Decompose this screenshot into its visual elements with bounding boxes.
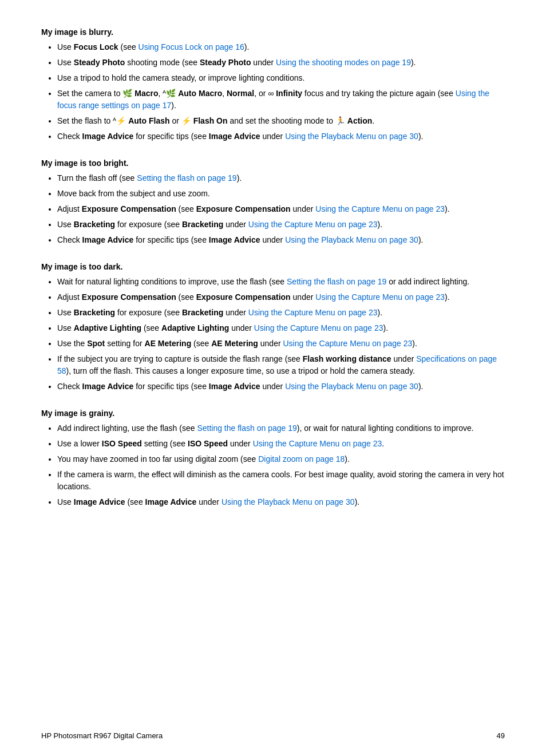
text-span: (see: [176, 204, 196, 213]
text-span: Wait for natural lighting conditions to …: [57, 277, 287, 286]
list-item: Adjust Exposure Compensation (see Exposu…: [57, 291, 505, 303]
section-list: Wait for natural lighting conditions to …: [41, 276, 505, 393]
link[interactable]: Using the Playback Menu on page 30: [285, 235, 418, 244]
list-item: Check Image Advice for specific tips (se…: [57, 234, 505, 246]
bold-text: Flash On: [193, 116, 228, 125]
icon: ᴬ🌿: [163, 89, 176, 98]
text-span: and set the shooting mode to: [228, 116, 335, 125]
text-span: ), turn off the flash. This causes a lon…: [66, 366, 415, 375]
bold-text: Image Advice: [209, 132, 260, 141]
bold-text: Bracketing: [74, 308, 115, 317]
section-list: Turn the flash off (see Setting the flas…: [41, 172, 505, 246]
bold-text: Image Advice: [82, 382, 134, 391]
text-span: for exposure (see: [115, 220, 182, 229]
list-item: Use Image Advice (see Image Advice under…: [57, 496, 505, 508]
text-span: setting for: [105, 339, 144, 348]
link[interactable]: Setting the flash on page 19: [137, 173, 236, 183]
text-span: Adjust: [57, 292, 82, 302]
link[interactable]: Using the Capture Menu on page 23: [248, 220, 378, 229]
link[interactable]: Using the Capture Menu on page 23: [248, 308, 378, 317]
text-span: , or: [254, 89, 268, 98]
link[interactable]: Using the Capture Menu on page 23: [283, 339, 413, 348]
link[interactable]: Using the Capture Menu on page 23: [254, 323, 383, 333]
text-span: ).: [445, 292, 450, 302]
list-item: If the subject you are trying to capture…: [57, 353, 505, 377]
text-span: ).: [378, 220, 383, 229]
list-item: Use a lower ISO Speed setting (see ISO S…: [57, 438, 505, 450]
bold-text: Auto Flash: [128, 116, 169, 125]
list-item: If the camera is warm, the effect will d…: [57, 469, 505, 493]
bold-text: Macro: [134, 89, 158, 98]
text-span: under: [223, 220, 248, 229]
text-span: for specific tips (see: [133, 132, 209, 141]
text-span: for specific tips (see: [133, 382, 209, 391]
bold-text: Infinity: [276, 89, 302, 98]
text-span: or: [170, 116, 181, 125]
bold-text: ISO Speed: [188, 439, 228, 448]
text-span: shooting mode (see: [125, 58, 200, 67]
text-span: ).: [237, 173, 242, 183]
icon: ᴬ⚡: [113, 116, 126, 125]
text-span: under: [260, 235, 286, 244]
link[interactable]: Using the Playback Menu on page 30: [221, 497, 355, 506]
text-span: under: [229, 323, 254, 333]
link[interactable]: Using the Capture Menu on page 23: [253, 439, 382, 448]
link[interactable]: Using the Capture Menu on page 23: [315, 292, 445, 302]
link[interactable]: Setting the flash on page 19: [197, 423, 296, 433]
link[interactable]: Setting the flash on page 19: [287, 277, 386, 286]
text-span: .: [372, 116, 374, 125]
text-span: ).: [412, 339, 417, 348]
section-title: My image is blurry.: [41, 27, 505, 37]
link[interactable]: Using the shooting modes on page 19: [276, 58, 411, 67]
text-span: (see: [118, 42, 139, 52]
bold-text: Exposure Compensation: [82, 292, 176, 302]
text-span: for exposure (see: [115, 308, 182, 317]
section-title: My image is too bright.: [41, 159, 505, 168]
text-span: (see: [191, 339, 211, 348]
list-item: Use the Spot setting for AE Metering (se…: [57, 338, 505, 350]
text-span: If the camera is warm, the effect will d…: [57, 470, 504, 491]
text-span: under: [223, 308, 248, 317]
text-span: under: [251, 58, 276, 67]
bold-text: Bracketing: [182, 220, 223, 229]
list-item: Use Bracketing for exposure (see Bracket…: [57, 307, 505, 319]
bold-text: Action: [347, 116, 373, 125]
bold-text: Steady Photo: [200, 58, 251, 67]
link[interactable]: Using Focus Lock on page 16: [139, 42, 244, 52]
bold-text: ISO Speed: [102, 439, 142, 448]
section-list: Add indirect lighting, use the flash (se…: [41, 422, 505, 508]
text-span: ), or wait for natural lighting conditio…: [297, 423, 474, 433]
list-item: Turn the flash off (see Setting the flas…: [57, 172, 505, 184]
bold-text: Exposure Compensation: [82, 204, 176, 213]
text-span: under: [260, 382, 286, 391]
bold-text: Exposure Compensation: [196, 292, 291, 302]
list-item: Check Image Advice for specific tips (se…: [57, 381, 505, 393]
text-span: setting (see: [142, 439, 188, 448]
text-span: Use a lower: [57, 439, 102, 448]
bold-text: Image Advice: [145, 497, 197, 506]
link[interactable]: Using the Capture Menu on page 23: [315, 204, 445, 213]
text-span: Use: [57, 42, 74, 52]
section-grainy: My image is grainy.Add indirect lighting…: [41, 409, 505, 508]
link[interactable]: Using the Playback Menu on page 30: [285, 132, 418, 141]
text-span: Check: [57, 132, 82, 141]
link[interactable]: Digital zoom on page 18: [258, 454, 345, 464]
text-span: Check: [57, 235, 82, 244]
text-span: or add indirect lighting.: [386, 277, 469, 286]
list-item: Add indirect lighting, use the flash (se…: [57, 422, 505, 434]
text-span: ).: [355, 497, 360, 506]
link[interactable]: Using the Playback Menu on page 30: [285, 382, 418, 391]
bold-text: Image Advice: [74, 497, 125, 506]
text-span: (see: [125, 497, 145, 506]
text-span: ).: [171, 101, 176, 110]
text-span: Set the camera to: [57, 89, 122, 98]
bold-text: Image Advice: [209, 235, 260, 244]
bold-text: Steady Photo: [74, 58, 125, 67]
list-item: Use Focus Lock (see Using Focus Lock on …: [57, 41, 505, 53]
text-span: Move back from the subject and use zoom.: [57, 189, 210, 198]
text-span: If the subject you are trying to capture…: [57, 354, 303, 363]
icon: ∞: [268, 89, 274, 98]
section-blurry: My image is blurry.Use Focus Lock (see U…: [41, 27, 505, 143]
bold-text: Auto Macro: [178, 89, 222, 98]
text-span: Check: [57, 382, 82, 391]
